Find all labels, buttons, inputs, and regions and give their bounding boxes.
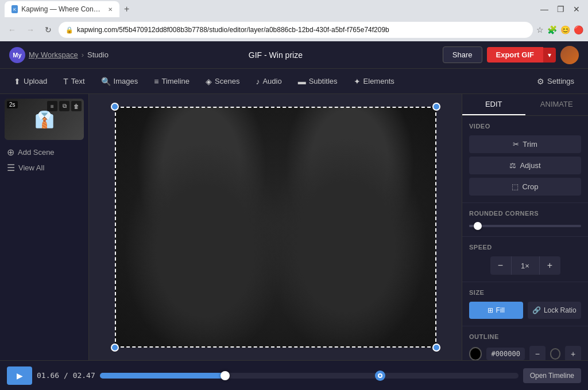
video-frame xyxy=(115,107,436,348)
workspace-logo: My xyxy=(9,47,25,63)
url-text: kapwing.com/5f5b470912dd8f008b3b7788/stu… xyxy=(77,26,526,34)
slider-fill xyxy=(469,225,474,227)
scene-copy-icon[interactable]: ⧉ xyxy=(59,101,69,111)
speed-control: − 1× + xyxy=(469,256,581,275)
tab-animate[interactable]: ANIMATE xyxy=(525,94,589,115)
export-gif-button[interactable]: Export GIF xyxy=(487,47,543,63)
lock-icon: 🔒 xyxy=(65,26,74,34)
address-bar[interactable]: 🔒 kapwing.com/5f5b470912dd8f008b3b7788/s… xyxy=(59,22,533,38)
subtitles-button[interactable]: ▬ Subtitles xyxy=(291,73,345,89)
export-dropdown-button[interactable]: ▾ xyxy=(543,48,556,63)
minimize-button[interactable]: — xyxy=(537,2,551,16)
resize-handle-top-left[interactable] xyxy=(111,103,119,111)
bottom-bar: ▶ 01.66 / 02.47 Open Timeline xyxy=(0,360,588,390)
tab-edit[interactable]: EDIT xyxy=(462,94,525,115)
new-tab-button[interactable]: + xyxy=(122,2,131,17)
lock-ratio-button[interactable]: 🔗 Lock Ratio xyxy=(528,302,582,319)
tab-close-icon[interactable]: ✕ xyxy=(108,6,113,13)
share-button[interactable]: Share xyxy=(443,46,482,63)
lock-ratio-icon: 🔗 xyxy=(532,306,541,314)
scene-list-icon[interactable]: ≡ xyxy=(47,101,57,111)
outline-row: #000000 − + xyxy=(469,346,581,360)
adjust-icon: ⚖ xyxy=(509,161,516,170)
breadcrumb-current: Studio xyxy=(87,50,109,59)
rounded-corners-title: ROUNDED CORNERS xyxy=(469,210,581,217)
view-all-button[interactable]: ☰ View All xyxy=(5,160,84,176)
outline-plus-button[interactable]: + xyxy=(565,346,581,360)
speed-minus-button[interactable]: − xyxy=(490,256,511,275)
canvas-area xyxy=(89,94,462,360)
timeline-playhead[interactable] xyxy=(375,370,385,381)
upload-button[interactable]: ⬆ Upload xyxy=(7,73,54,89)
canvas-container[interactable] xyxy=(115,107,436,348)
close-button[interactable]: ✕ xyxy=(570,2,583,16)
browser-tab[interactable]: K Kapwing — Where Content Crea ✕ xyxy=(5,1,119,17)
images-button[interactable]: 🔍 Images xyxy=(94,73,145,89)
speed-title: SPEED xyxy=(469,244,581,251)
scenes-button[interactable]: ◈ Scenes xyxy=(199,73,246,89)
outline-circle-indicator xyxy=(550,348,561,360)
main-content: 2s ≡ ⧉ 🗑 👔 ⊕ Add Scene ☰ View All xyxy=(0,94,588,360)
speed-value-display: 1× xyxy=(511,256,540,275)
profile-icon[interactable]: 😊 xyxy=(560,25,570,34)
size-title: SIZE xyxy=(469,289,581,296)
scene-card[interactable]: 2s ≡ ⧉ 🗑 👔 xyxy=(5,99,84,140)
scenes-icon: ◈ xyxy=(206,77,212,86)
extensions-icon[interactable]: 🧩 xyxy=(547,25,557,34)
size-buttons: ⊞ Fill 🔗 Lock Ratio xyxy=(469,302,581,319)
speed-section: SPEED − 1× + xyxy=(462,237,588,282)
crop-button[interactable]: ⬚ Crop xyxy=(469,178,581,196)
add-scene-button[interactable]: ⊕ Add Scene xyxy=(5,145,84,160)
timeline-button[interactable]: ≡ Timeline xyxy=(147,73,196,89)
forward-button[interactable]: → xyxy=(23,23,38,37)
scene-delete-icon[interactable]: 🗑 xyxy=(71,101,82,111)
outline-section: OUTLINE #000000 − + xyxy=(462,326,588,360)
time-display: 01.66 / 02.47 xyxy=(37,371,95,380)
elements-button[interactable]: ✦ Elements xyxy=(347,73,401,89)
trim-button[interactable]: ✂ Trim xyxy=(469,135,581,153)
export-button-group: Export GIF ▾ xyxy=(487,47,556,63)
user-avatar[interactable] xyxy=(560,46,579,64)
tab-favicon: K xyxy=(11,5,18,13)
resize-handle-bottom-right[interactable] xyxy=(432,344,440,352)
rounded-corners-section: ROUNDED CORNERS xyxy=(462,203,588,237)
resize-handle-bottom-left[interactable] xyxy=(111,344,119,352)
alert-icon[interactable]: 🔴 xyxy=(574,25,583,34)
outline-color-swatch[interactable] xyxy=(469,347,482,360)
audio-button[interactable]: ♪ Audio xyxy=(249,73,288,89)
edit-tabs: EDIT ANIMATE xyxy=(462,94,588,116)
timeline-track[interactable] xyxy=(100,373,519,379)
fill-button[interactable]: ⊞ Fill xyxy=(469,302,523,319)
video-section-title: VIDEO xyxy=(469,123,581,130)
timeline-icon: ≡ xyxy=(154,77,158,86)
timeline-thumb[interactable] xyxy=(220,371,230,380)
subtitles-icon: ▬ xyxy=(298,77,306,86)
text-button[interactable]: T Text xyxy=(56,73,91,89)
refresh-button[interactable]: ↻ xyxy=(41,23,55,37)
tab-title: Kapwing — Where Content Crea xyxy=(21,5,102,13)
outline-hex-display[interactable]: #000000 xyxy=(486,348,525,360)
bookmark-icon[interactable]: ☆ xyxy=(536,25,544,34)
outline-minus-button[interactable]: − xyxy=(529,346,546,360)
outline-title: OUTLINE xyxy=(469,333,581,340)
left-panel: 2s ≡ ⧉ 🗑 👔 ⊕ Add Scene ☰ View All xyxy=(0,94,89,360)
settings-button[interactable]: ⚙ Settings xyxy=(530,73,581,89)
back-button[interactable]: ← xyxy=(5,23,20,37)
play-button[interactable]: ▶ xyxy=(7,366,32,385)
rounded-corners-slider-container xyxy=(469,223,581,229)
open-timeline-button[interactable]: Open Timeline xyxy=(523,368,581,383)
rounded-corners-slider[interactable] xyxy=(469,225,581,227)
speed-plus-button[interactable]: + xyxy=(540,256,560,275)
slider-thumb[interactable] xyxy=(474,222,482,230)
resize-handle-top-right[interactable] xyxy=(432,103,440,111)
size-section: SIZE ⊞ Fill 🔗 Lock Ratio xyxy=(462,282,588,326)
view-all-icon: ☰ xyxy=(7,162,15,173)
restore-button[interactable]: ❐ xyxy=(554,2,567,16)
right-panel: EDIT ANIMATE VIDEO ✂ Trim ⚖ Adjust ⬚ Cro… xyxy=(462,94,588,360)
workspace-link[interactable]: My Workspace xyxy=(29,50,78,59)
trim-icon: ✂ xyxy=(513,140,519,149)
audio-icon: ♪ xyxy=(256,77,260,86)
window-controls: — ❐ ✕ xyxy=(537,2,583,16)
video-silhouettes xyxy=(115,107,436,348)
adjust-button[interactable]: ⚖ Adjust xyxy=(469,157,581,174)
